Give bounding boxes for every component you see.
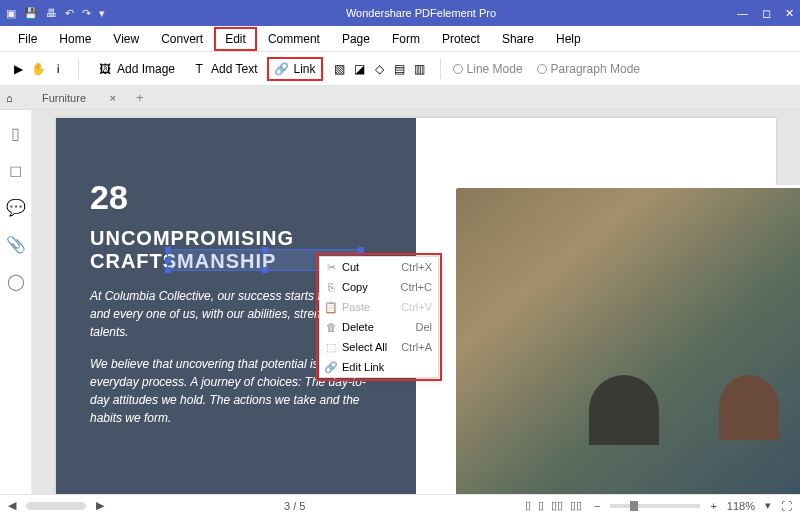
two-page-icon[interactable]: ▯▯ xyxy=(551,499,563,511)
menu-home[interactable]: Home xyxy=(49,28,101,50)
titlebar: ▣ 💾 🖶 ↶ ↷ ▾ Wondershare PDFelement Pro —… xyxy=(0,0,800,26)
comments-icon[interactable]: 💬 xyxy=(6,198,26,217)
background-icon[interactable]: ◇ xyxy=(372,61,388,77)
delete-icon: 🗑 xyxy=(320,321,342,333)
print-icon[interactable]: 🖶 xyxy=(46,7,57,19)
document-tab[interactable]: Furniture × xyxy=(32,88,126,108)
qat-more-icon[interactable]: ▾ xyxy=(99,7,105,20)
zoom-thumb[interactable] xyxy=(630,501,638,511)
menu-share[interactable]: Share xyxy=(492,28,544,50)
app-icon: ▣ xyxy=(6,7,16,20)
resize-handle[interactable] xyxy=(358,247,364,253)
resize-handle[interactable] xyxy=(262,267,268,273)
select-all-icon: ⬚ xyxy=(320,341,342,354)
page-number-graphic: 28 xyxy=(90,178,382,217)
menu-file[interactable]: File xyxy=(8,28,47,50)
hand-icon[interactable]: ✋ xyxy=(30,61,46,77)
paragraph-mode-radio[interactable]: Paragraph Mode xyxy=(537,62,640,76)
fullscreen-icon[interactable]: ⛶ xyxy=(781,500,792,512)
menu-convert[interactable]: Convert xyxy=(151,28,213,50)
menu-form[interactable]: Form xyxy=(382,28,430,50)
add-tab-icon[interactable]: + xyxy=(136,90,144,105)
minimize-icon[interactable]: — xyxy=(737,7,748,19)
paste-icon: 📋 xyxy=(320,301,342,314)
link-button[interactable]: 🔗 Link xyxy=(268,58,322,80)
maximize-icon[interactable]: ◻ xyxy=(762,7,771,20)
search-icon[interactable]: ◯ xyxy=(7,272,25,291)
redo-icon[interactable]: ↷ xyxy=(82,7,91,20)
link-label: Link xyxy=(294,62,316,76)
menu-comment[interactable]: Comment xyxy=(258,28,330,50)
tab-strip: ⌂ Furniture × + xyxy=(0,86,800,110)
header-footer-icon[interactable]: ▤ xyxy=(392,61,408,77)
bates-icon[interactable]: ▥ xyxy=(412,61,428,77)
tab-close-icon[interactable]: × xyxy=(110,92,116,104)
heading-line-1: UNCOMPROMISING xyxy=(90,227,382,250)
status-bar: ◀ ▶ 3 / 5 ▯ ▯ ▯▯ ▯▯ − + 118% ▾ ⛶ xyxy=(0,494,800,516)
ctx-edit-link[interactable]: 🔗Edit Link xyxy=(320,357,438,377)
bookmarks-icon[interactable]: ◻ xyxy=(9,161,22,180)
select-text-icon[interactable]: Ꭵ xyxy=(50,61,66,77)
line-mode-radio[interactable]: Line Mode xyxy=(453,62,523,76)
resize-handle[interactable] xyxy=(165,257,171,263)
menu-protect[interactable]: Protect xyxy=(432,28,490,50)
ctx-delete[interactable]: 🗑DeleteDel xyxy=(320,317,438,337)
select-cursor-icon[interactable]: ▶ xyxy=(10,61,26,77)
attachments-icon[interactable]: 📎 xyxy=(6,235,26,254)
separator xyxy=(440,59,441,79)
crop-icon[interactable]: ▧ xyxy=(332,61,348,77)
menu-edit[interactable]: Edit xyxy=(215,28,256,50)
page-scroll-track[interactable] xyxy=(26,502,86,510)
next-page-icon[interactable]: ▶ xyxy=(96,499,104,512)
photo-craftsmen xyxy=(456,188,800,494)
menu-view[interactable]: View xyxy=(103,28,149,50)
ctx-paste: 📋PasteCtrl+V xyxy=(320,297,438,317)
cut-icon: ✂ xyxy=(320,261,342,274)
window-title: Wondershare PDFelement Pro xyxy=(105,7,737,19)
save-icon[interactable]: 💾 xyxy=(24,7,38,20)
close-icon[interactable]: ✕ xyxy=(785,7,794,20)
add-text-button[interactable]: T Add Text xyxy=(185,58,263,80)
menu-help[interactable]: Help xyxy=(546,28,591,50)
home-icon[interactable]: ⌂ xyxy=(6,92,24,104)
undo-icon[interactable]: ↶ xyxy=(65,7,74,20)
text-icon: T xyxy=(191,61,207,77)
zoom-slider[interactable] xyxy=(610,504,700,508)
two-continuous-icon[interactable]: ▯▯ xyxy=(570,499,582,511)
add-text-label: Add Text xyxy=(211,62,257,76)
context-menu: ✂CutCtrl+X ⎘CopyCtrl+C 📋PasteCtrl+V 🗑Del… xyxy=(319,256,439,378)
zoom-value: 118% xyxy=(727,500,755,512)
left-sidebar: ▯ ◻ 💬 📎 ◯ xyxy=(0,110,32,494)
ctx-cut[interactable]: ✂CutCtrl+X xyxy=(320,257,438,277)
zoom-in-icon[interactable]: + xyxy=(710,500,716,512)
zoom-dropdown-icon[interactable]: ▾ xyxy=(765,499,771,512)
image-icon: 🖼 xyxy=(97,61,113,77)
zoom-out-icon[interactable]: − xyxy=(594,500,600,512)
thumbnails-icon[interactable]: ▯ xyxy=(11,124,20,143)
edit-link-icon: 🔗 xyxy=(320,361,342,374)
menubar: File Home View Convert Edit Comment Page… xyxy=(0,26,800,52)
tab-label: Furniture xyxy=(42,92,86,104)
add-image-button[interactable]: 🖼 Add Image xyxy=(91,58,181,80)
page-indicator: 3 / 5 xyxy=(284,500,305,512)
resize-handle[interactable] xyxy=(262,247,268,253)
ctx-copy[interactable]: ⎘CopyCtrl+C xyxy=(320,277,438,297)
prev-page-icon[interactable]: ◀ xyxy=(8,499,16,512)
ctx-select-all[interactable]: ⬚Select AllCtrl+A xyxy=(320,337,438,357)
watermark-icon[interactable]: ◪ xyxy=(352,61,368,77)
single-page-icon[interactable]: ▯ xyxy=(525,499,531,511)
continuous-icon[interactable]: ▯ xyxy=(538,499,544,511)
resize-handle[interactable] xyxy=(165,247,171,253)
menu-page[interactable]: Page xyxy=(332,28,380,50)
copy-icon: ⎘ xyxy=(320,281,342,293)
separator xyxy=(78,59,79,79)
add-image-label: Add Image xyxy=(117,62,175,76)
link-icon: 🔗 xyxy=(274,61,290,77)
resize-handle[interactable] xyxy=(165,267,171,273)
edit-toolbar: ▶ ✋ Ꭵ 🖼 Add Image T Add Text 🔗 Link ▧ ◪ … xyxy=(0,52,800,86)
